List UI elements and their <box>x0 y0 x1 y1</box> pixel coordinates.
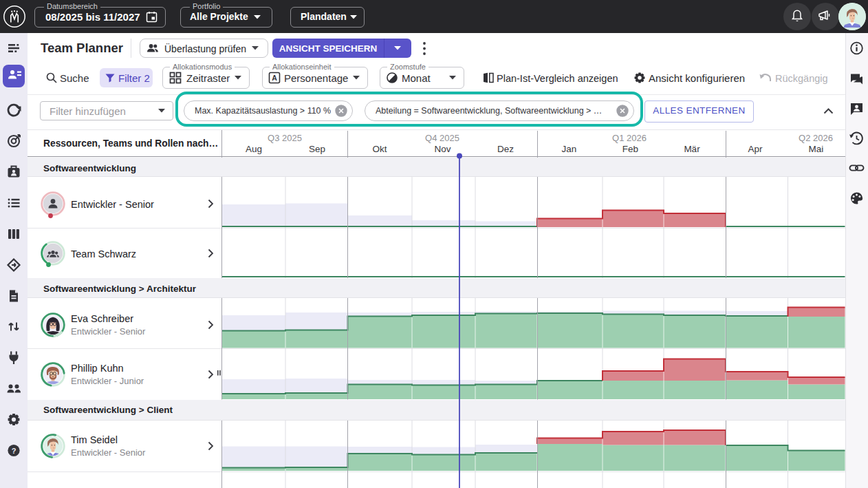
svg-text:A: A <box>272 74 277 82</box>
svg-text:?: ? <box>12 447 17 455</box>
